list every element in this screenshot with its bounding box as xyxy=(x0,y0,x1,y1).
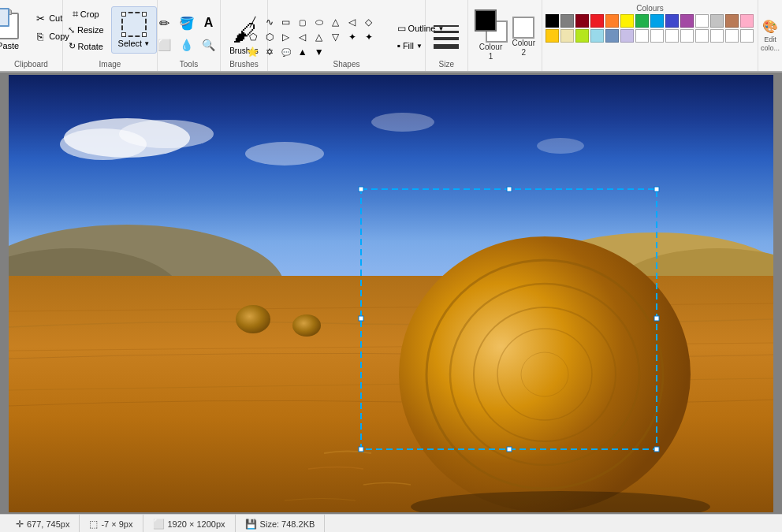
swatch-w9[interactable] xyxy=(740,29,754,43)
coords-display: ✛ 677, 745px xyxy=(6,515,80,532)
svg-point-6 xyxy=(537,138,584,154)
eraser-tool[interactable]: ⬜ xyxy=(157,38,173,52)
curve-shape[interactable]: ∿ xyxy=(262,15,277,29)
swatch-w3[interactable] xyxy=(650,29,664,43)
size-option-2[interactable] xyxy=(434,31,459,33)
swatch-skyblue[interactable] xyxy=(590,29,604,43)
uparrow-shape[interactable]: △ xyxy=(311,30,327,44)
paste-button[interactable]: Paste xyxy=(0,6,27,52)
swatch-blue[interactable] xyxy=(650,14,664,28)
swatch-purple[interactable] xyxy=(680,14,694,28)
image-dimensions: 1920 × 1200px xyxy=(168,519,225,529)
resize-icon: ⤡ xyxy=(68,25,75,35)
color-picker-tool[interactable]: 💧 xyxy=(179,38,195,52)
colour1-selector[interactable]: Colour1 xyxy=(475,9,508,61)
colour-selectors: Colour1 Colour2 xyxy=(468,0,542,71)
palette-row2 xyxy=(546,29,754,43)
size-option-1[interactable] xyxy=(434,25,459,27)
dimensions-icon: ⬜ xyxy=(153,519,165,530)
triangle-shape[interactable]: △ xyxy=(328,15,344,29)
swatch-w2[interactable] xyxy=(635,29,649,43)
4arrow-shape[interactable]: ✦ xyxy=(344,30,360,44)
svg-point-3 xyxy=(119,120,214,148)
select-label: Select xyxy=(118,39,143,48)
swatch-lavender[interactable] xyxy=(620,29,634,43)
canvas-area[interactable] xyxy=(0,73,782,514)
swatch-w5[interactable] xyxy=(680,29,694,43)
hexagon-shape[interactable]: ⬡ xyxy=(262,30,277,44)
scissors-icon: ✂ xyxy=(34,12,47,24)
scroll-arrow2[interactable]: ▼ xyxy=(311,45,327,59)
colour2-preview[interactable] xyxy=(512,17,534,39)
swatch-orange[interactable] xyxy=(605,14,619,28)
swatch-indigo[interactable] xyxy=(665,14,679,28)
swatch-w4[interactable] xyxy=(665,29,679,43)
ellipse-shape[interactable]: ⬭ xyxy=(311,15,327,29)
pentagon-shape[interactable]: ⬠ xyxy=(245,30,261,44)
clipboard-group: Paste ✂ Cut ⎘ Copy Clipboard xyxy=(0,0,63,71)
crop-button[interactable]: ⌗ Crop xyxy=(68,6,104,21)
swatch-w7[interactable] xyxy=(710,29,724,43)
canvas[interactable] xyxy=(9,75,773,512)
rotate-button[interactable]: ↻ Rotate xyxy=(64,39,108,54)
dnarrow-shape[interactable]: ▽ xyxy=(328,30,344,44)
resize-button[interactable]: ⤡ Resize xyxy=(63,23,109,38)
crop-label: Crop xyxy=(80,9,99,19)
star4-shape[interactable]: ✦ xyxy=(361,30,377,44)
filesize-display: 💾 Size: 748.2KB xyxy=(236,515,326,532)
paste-label: Paste xyxy=(0,41,19,50)
swatch-brown[interactable] xyxy=(725,14,739,28)
roundrect-shape[interactable]: ▢ xyxy=(295,15,311,29)
swatch-lime[interactable] xyxy=(575,29,589,43)
swatch-darkred[interactable] xyxy=(575,14,589,28)
swatch-yellow[interactable] xyxy=(620,14,634,28)
edit-colors-icon: 🎨 xyxy=(762,19,778,34)
image-label: Image xyxy=(63,60,157,69)
swatch-green[interactable] xyxy=(635,14,649,28)
colour1-label: Colour1 xyxy=(479,43,502,61)
filesize-icon: 💾 xyxy=(245,519,257,530)
lparrow-shape[interactable]: ◁ xyxy=(295,30,311,44)
cursor-icon: ✛ xyxy=(16,519,24,530)
swatch-gray[interactable] xyxy=(560,14,574,28)
tools-label: Tools xyxy=(158,60,220,69)
fill-dropdown[interactable]: ▼ xyxy=(416,43,423,50)
edit-colors-button[interactable]: 🎨 Editcolo... xyxy=(758,0,782,71)
fill-tool[interactable]: 🪣 xyxy=(179,16,195,30)
swatch-white[interactable] xyxy=(695,14,709,28)
swatch-cream[interactable] xyxy=(560,29,574,43)
pencil-tool[interactable]: ✏ xyxy=(157,16,173,30)
colour1-box[interactable] xyxy=(475,9,497,32)
rotate-icon: ↻ xyxy=(69,41,76,51)
line-shape[interactable]: ╱ xyxy=(245,15,261,29)
swatch-lightgray[interactable] xyxy=(710,14,724,28)
clipboard-label: Clipboard xyxy=(0,60,62,69)
rect-shape[interactable]: ▭ xyxy=(278,15,294,29)
palette-row1 xyxy=(546,14,754,28)
text-tool[interactable]: A xyxy=(201,16,217,30)
paste-icon xyxy=(0,8,20,39)
diamond-shape[interactable]: ◇ xyxy=(361,15,377,29)
select-icon xyxy=(121,12,147,37)
colour2-selector[interactable]: Colour2 xyxy=(512,17,535,58)
swatch-red[interactable] xyxy=(590,14,604,28)
rtriangle-shape[interactable]: ◁ xyxy=(344,15,360,29)
size-option-3[interactable] xyxy=(434,37,459,40)
star6-shape[interactable]: ✡ xyxy=(262,45,277,59)
select-dropdown-icon[interactable]: ▼ xyxy=(143,40,150,47)
swatch-steelblue[interactable] xyxy=(605,29,619,43)
swatch-black[interactable] xyxy=(546,14,559,28)
star5-shape[interactable]: ⭐ xyxy=(245,45,261,59)
scroll-arrow[interactable]: ▲ xyxy=(295,45,311,59)
swatch-w8[interactable] xyxy=(725,29,739,43)
selection-icon: ⬚ xyxy=(89,519,98,530)
swatch-w6[interactable] xyxy=(695,29,709,43)
magnify-tool[interactable]: 🔍 xyxy=(201,38,217,52)
svg-point-5 xyxy=(371,113,434,132)
rparrow-shape[interactable]: ▷ xyxy=(278,30,294,44)
swatch-pink[interactable] xyxy=(740,14,754,28)
callout-shape[interactable]: 💬 xyxy=(278,45,294,59)
size-option-4[interactable] xyxy=(434,44,459,49)
swatch-gold[interactable] xyxy=(546,29,559,43)
select-button[interactable]: Select ▼ xyxy=(111,6,158,54)
